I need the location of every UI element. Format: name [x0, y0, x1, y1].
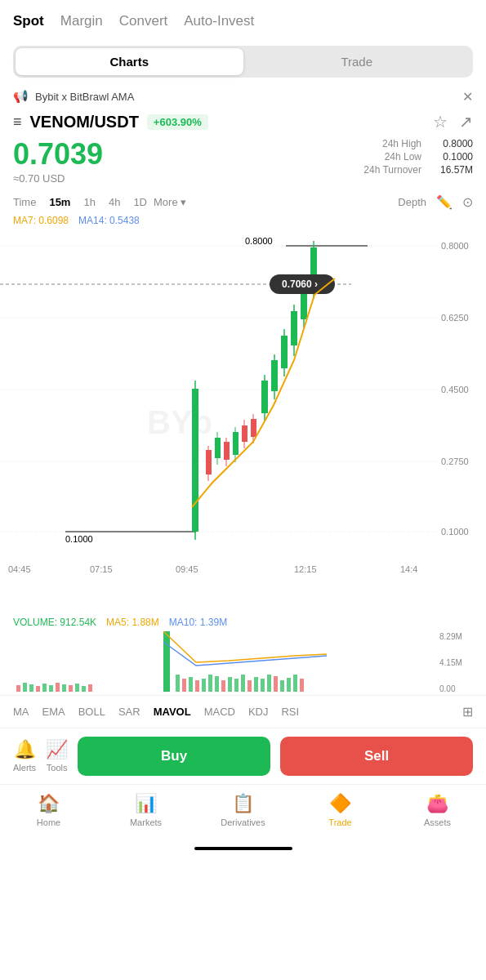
svg-rect-67	[16, 685, 20, 692]
home-icon: 🏠	[38, 793, 60, 814]
indicator-macd[interactable]: MACD	[204, 706, 235, 718]
svg-text:0.8000: 0.8000	[245, 236, 273, 246]
chart-area: 0.8000 0.6250 0.4500 0.2750 0.1000 04:45…	[0, 229, 486, 613]
time-1h[interactable]: 1h	[77, 194, 101, 210]
sell-button[interactable]: Sell	[280, 737, 473, 776]
svg-text:8.29M: 8.29M	[439, 632, 462, 641]
svg-rect-0	[0, 229, 486, 613]
tab-charts[interactable]: Charts	[16, 48, 243, 75]
time-controls: Time 15m 1h 4h 1D More ▾ Depth ✏️ ⊙	[0, 188, 486, 213]
indicator-rsi[interactable]: RSI	[281, 706, 299, 718]
trade-label: Trade	[328, 817, 351, 827]
svg-rect-24	[206, 450, 212, 474]
svg-rect-99	[300, 679, 304, 692]
nav-spot[interactable]: Spot	[13, 10, 44, 33]
indicator-boll[interactable]: BOLL	[78, 706, 105, 718]
svg-text:0.4500: 0.4500	[441, 385, 469, 394]
svg-rect-92	[254, 677, 258, 692]
ma14-label: MA14: 0.5438	[78, 215, 140, 226]
nav-autoinvest[interactable]: Auto-Invest	[184, 10, 254, 33]
nav-assets[interactable]: 👛 Assets	[389, 793, 486, 827]
svg-text:09:45: 09:45	[176, 564, 198, 574]
svg-rect-68	[23, 683, 27, 692]
volume-info: VOLUME: 912.54K MA5: 1.88M MA10: 1.39M	[0, 613, 486, 630]
tab-trade[interactable]: Trade	[243, 48, 471, 75]
nav-trade[interactable]: 🔶 Trade	[292, 793, 389, 827]
high-value: 0.8000	[428, 138, 473, 149]
chart-tools: ✏️ ⊙	[436, 194, 473, 210]
svg-rect-30	[224, 442, 230, 460]
star-icon[interactable]: ☆	[433, 112, 448, 131]
svg-rect-93	[261, 679, 265, 692]
svg-rect-27	[215, 438, 221, 458]
promo-banner: 📢 Bybit x BitBrawl AMA ✕	[0, 84, 486, 109]
svg-rect-98	[293, 675, 297, 692]
volume-chart: 8.29M 4.15M 0.00	[0, 630, 486, 695]
assets-icon: 👛	[426, 793, 448, 814]
buy-button[interactable]: Buy	[78, 737, 270, 776]
pencil-icon[interactable]: ✏️	[436, 194, 453, 210]
depth-label[interactable]: Depth	[398, 196, 426, 208]
time-4h[interactable]: 4h	[102, 194, 127, 210]
indicator-kdj[interactable]: KDJ	[248, 706, 269, 718]
svg-rect-33	[233, 432, 239, 455]
indicator-ema[interactable]: EMA	[42, 706, 65, 718]
time-15m[interactable]: 15m	[42, 194, 77, 210]
megaphone-icon: 📢	[13, 89, 29, 104]
svg-text:0.2750: 0.2750	[441, 457, 469, 466]
derivatives-icon: 📋	[232, 793, 254, 814]
nav-convert[interactable]: Convert	[119, 10, 168, 33]
pair-name[interactable]: VENOM/USDT	[30, 113, 139, 131]
svg-rect-73	[56, 683, 60, 692]
price-stats: 24h High 0.8000 24h Low 0.1000 24h Turno…	[363, 138, 473, 176]
svg-rect-94	[267, 675, 271, 692]
tools-icon: 📈	[46, 739, 68, 760]
svg-rect-39	[251, 419, 256, 437]
svg-rect-88	[228, 677, 232, 692]
time-1d[interactable]: 1D	[127, 194, 154, 210]
price-chart: 0.8000 0.6250 0.4500 0.2750 0.1000 04:45…	[0, 229, 486, 613]
turnover-label: 24h Turnover	[363, 164, 421, 176]
settings-icon[interactable]: ⊙	[462, 194, 473, 210]
menu-icon: ≡	[13, 114, 22, 131]
nav-margin[interactable]: Margin	[60, 10, 103, 33]
time-label: Time	[13, 196, 36, 208]
turnover-value: 16.57M	[428, 164, 473, 176]
main-price: 0.7039	[13, 138, 363, 171]
svg-rect-42	[261, 381, 268, 413]
price-stat-high: 24h High 0.8000	[382, 138, 473, 149]
external-link-icon[interactable]: ↗	[459, 112, 473, 131]
svg-text:BYb: BYb	[147, 404, 212, 440]
svg-text:0.00: 0.00	[439, 684, 456, 693]
svg-rect-74	[62, 684, 66, 692]
bottom-actions: 🔔 Alerts 📈 Tools Buy Sell	[0, 728, 486, 784]
tools-label: Tools	[47, 763, 68, 773]
nav-markets[interactable]: 📊 Markets	[97, 793, 194, 827]
high-label: 24h High	[382, 138, 421, 149]
markets-icon: 📊	[135, 793, 157, 814]
home-bar	[0, 832, 486, 857]
nav-derivatives[interactable]: 📋 Derivatives	[194, 793, 292, 827]
ma5-label: MA5: 1.88M	[106, 617, 159, 628]
indicator-tabs: MA EMA BOLL SAR MAVOL MACD KDJ RSI ⊞	[0, 695, 486, 728]
svg-rect-48	[281, 336, 288, 368]
svg-rect-82	[189, 677, 193, 692]
time-more[interactable]: More ▾	[154, 196, 186, 208]
indicator-sar[interactable]: SAR	[118, 706, 140, 718]
svg-rect-71	[42, 684, 47, 692]
svg-rect-83	[195, 680, 199, 692]
close-icon[interactable]: ✕	[462, 89, 473, 105]
fullscreen-icon[interactable]: ⊞	[462, 704, 473, 719]
banner-text: Bybit x BitBrawl AMA	[35, 91, 134, 103]
svg-rect-80	[176, 675, 180, 692]
derivatives-label: Derivatives	[221, 817, 265, 827]
svg-rect-84	[202, 679, 206, 692]
indicator-ma[interactable]: MA	[13, 706, 29, 718]
alerts-button[interactable]: 🔔 Alerts	[13, 739, 36, 773]
nav-home[interactable]: 🏠 Home	[0, 793, 97, 827]
volume-label: VOLUME: 912.54K	[13, 617, 96, 628]
indicator-mavol[interactable]: MAVOL	[154, 706, 191, 718]
bell-icon: 🔔	[14, 739, 36, 760]
charts-trade-toggle: Charts Trade	[13, 46, 473, 78]
tools-button[interactable]: 📈 Tools	[46, 739, 68, 773]
